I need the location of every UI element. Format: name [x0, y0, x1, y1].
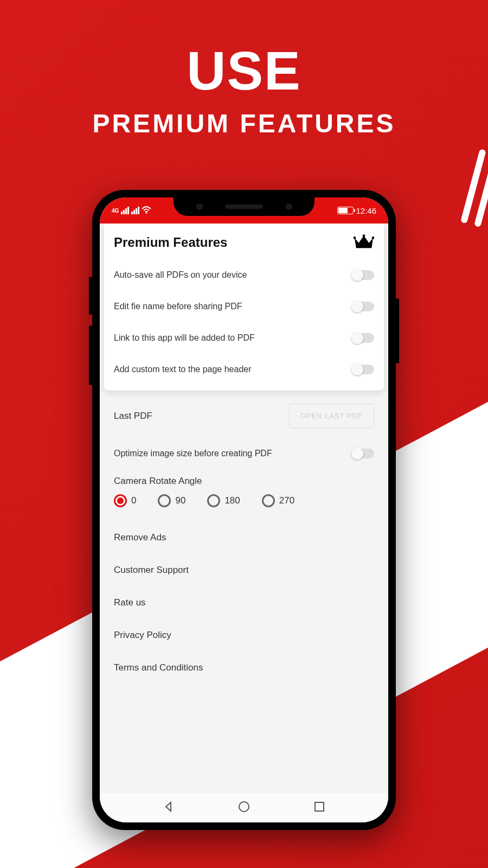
toggle-label: Add custom text to the page header [114, 365, 252, 374]
nav-back-icon[interactable] [162, 800, 175, 815]
wifi-icon [142, 206, 151, 215]
last-pdf-label: Last PDF [114, 411, 152, 422]
promo-subtitle: PREMIUM FEATURES [0, 108, 488, 138]
signal-icon [121, 207, 129, 214]
last-pdf-row: Last PDF OPEN LAST PDF [114, 404, 374, 428]
status-time: 12:46 [356, 206, 376, 215]
toggle-label: Auto-save all PDFs on your device [114, 270, 247, 280]
radio-label: 0 [131, 495, 136, 506]
radio-icon[interactable] [158, 494, 171, 507]
radio-angle-90[interactable]: 90 [158, 494, 185, 507]
radio-label: 180 [224, 495, 240, 506]
promo-title: USE [0, 43, 488, 98]
open-last-pdf-button[interactable]: OPEN LAST PDF [289, 404, 374, 428]
signal-icon [131, 207, 139, 214]
nav-recent-icon[interactable] [313, 800, 326, 815]
angle-label: Camera Rotate Angle [114, 476, 374, 487]
toggle-edit-filename[interactable]: Edit fie name before sharing PDF [114, 291, 374, 322]
svg-point-3 [372, 237, 374, 239]
toggle-custom-header[interactable]: Add custom text to the page header [114, 354, 374, 385]
menu-remove-ads[interactable]: Remove Ads [114, 521, 374, 554]
svg-point-4 [239, 802, 249, 812]
toggle-label: Edit fie name before sharing PDF [114, 302, 242, 311]
menu-terms[interactable]: Terms and Conditions [114, 652, 374, 684]
toggle-app-link[interactable]: Link to this app will be added to PDF [114, 322, 374, 354]
nav-home-icon[interactable] [237, 800, 251, 815]
toggle-label: Link to this app will be added to PDF [114, 333, 255, 343]
android-nav-bar [100, 792, 388, 822]
svg-point-1 [354, 237, 356, 239]
menu-customer-support[interactable]: Customer Support [114, 554, 374, 586]
radio-label: 90 [175, 495, 185, 506]
crown-icon[interactable] [354, 233, 374, 252]
toggle-switch[interactable] [352, 270, 374, 280]
phone-frame: 4G 12:46 Premium Features [92, 190, 396, 830]
premium-features-card: Premium Features Auto-save all PDFs on y… [104, 224, 384, 391]
promo-header: USE PREMIUM FEATURES [0, 43, 488, 138]
svg-rect-5 [315, 802, 324, 811]
toggle-switch[interactable] [352, 449, 374, 458]
radio-icon[interactable] [262, 494, 275, 507]
toggle-optimize-image[interactable]: Optimize image size before creating PDF [114, 449, 374, 476]
radio-angle-0[interactable]: 0 [114, 494, 136, 507]
battery-icon [337, 207, 354, 214]
toggle-label: Optimize image size before creating PDF [114, 449, 272, 458]
svg-point-2 [363, 234, 365, 237]
phone-notch [174, 197, 314, 216]
decorative-slashes-top [460, 149, 488, 231]
radio-icon[interactable] [207, 494, 220, 507]
toggle-autosave[interactable]: Auto-save all PDFs on your device [114, 259, 374, 291]
camera-rotate-section: Camera Rotate Angle 0 90 180 [114, 476, 374, 507]
menu-privacy-policy[interactable]: Privacy Policy [114, 619, 374, 652]
radio-label: 270 [279, 495, 294, 506]
toggle-switch[interactable] [352, 365, 374, 374]
radio-icon[interactable] [114, 494, 127, 507]
toggle-switch[interactable] [352, 333, 374, 343]
radio-angle-270[interactable]: 270 [262, 494, 294, 507]
menu-rate-us[interactable]: Rate us [114, 586, 374, 619]
toggle-switch[interactable] [352, 302, 374, 311]
card-title: Premium Features [114, 235, 227, 250]
radio-angle-180[interactable]: 180 [207, 494, 240, 507]
app-screen[interactable]: Premium Features Auto-save all PDFs on y… [100, 224, 388, 792]
svg-point-0 [146, 212, 147, 213]
